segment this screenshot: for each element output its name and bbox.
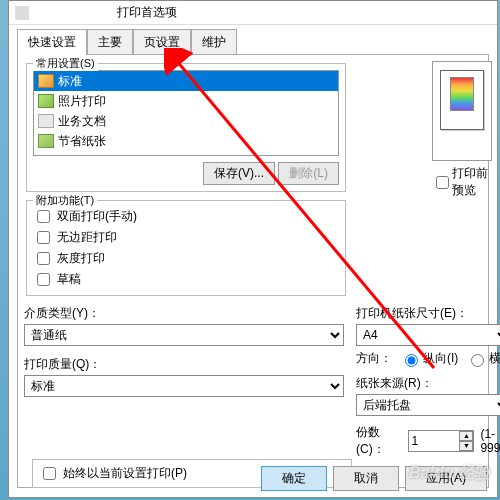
preview-before-print-check[interactable]: 打印前预览: [432, 165, 492, 199]
orientation-label: 方向：: [356, 350, 392, 367]
preset-savepaper-icon: [38, 134, 54, 148]
preset-buttons: 保存(V)... 删除(L): [33, 162, 339, 185]
additional-functions-group: 附加功能(T) 双面打印(手动) 无边距打印 灰度打印 草稿: [26, 200, 346, 296]
preview-area: 打印前预览: [432, 61, 492, 199]
window-title: 打印首选项: [117, 4, 177, 21]
portrait-radio[interactable]: 纵向(I): [400, 350, 458, 367]
preset-item-label: 标准: [58, 73, 82, 90]
preset-business-icon: [38, 114, 54, 128]
preview-check-label: 打印前预览: [452, 165, 492, 199]
portrait-label: 纵向(I): [423, 350, 458, 367]
draft-label: 草稿: [57, 271, 81, 288]
draft-checkbox[interactable]: [37, 273, 50, 286]
duplex-checkbox[interactable]: [37, 210, 50, 223]
tab-main[interactable]: 主要: [87, 29, 133, 55]
printer-icon: [15, 6, 29, 20]
delete-preset-button: 删除(L): [278, 162, 339, 185]
preset-list[interactable]: 标准 照片打印 业务文档 节省纸张: [33, 70, 339, 156]
tab-maintenance[interactable]: 维护: [191, 29, 237, 55]
dialog-buttons: 确定 取消 应用(A): [261, 466, 487, 491]
portrait-radio-input[interactable]: [405, 354, 418, 367]
borderless-check[interactable]: 无边距打印: [33, 228, 339, 247]
duplex-check[interactable]: 双面打印(手动): [33, 207, 339, 226]
preview-pane: [432, 61, 492, 161]
copies-row: 份数(C)： ▲ ▼ (1-999: [356, 424, 500, 458]
paper-size-select[interactable]: A4: [356, 324, 500, 346]
tab-strip: 快速设置 主要 页设置 维护: [17, 29, 489, 55]
presets-group: 常用设置(S) 标准 照片打印 业务文档 节省纸张: [26, 63, 346, 192]
grayscale-label: 灰度打印: [57, 250, 105, 267]
preview-checkbox[interactable]: [436, 176, 449, 189]
paper-source-label: 纸张来源(R)：: [356, 375, 500, 392]
draft-check[interactable]: 草稿: [33, 270, 339, 289]
duplex-label: 双面打印(手动): [57, 208, 137, 225]
always-print-label: 始终以当前设置打印(P): [63, 465, 187, 482]
presets-label: 常用设置(S): [33, 56, 98, 71]
quick-setup-panel: 常用设置(S) 标准 照片打印 业务文档 节省纸张: [17, 54, 489, 488]
landscape-radio-input[interactable]: [471, 354, 484, 367]
print-quality-label: 打印质量(Q)：: [24, 356, 344, 373]
preset-photo[interactable]: 照片打印: [34, 91, 338, 111]
media-section: 介质类型(Y)： 普通纸 打印质量(Q)： 标准: [24, 305, 344, 397]
addfunc-label: 附加功能(T): [33, 193, 97, 208]
paper-section: 打印机纸张尺寸(E)： A4 方向： 纵向(I) 横 纸张来源(R)： 后端托盘…: [356, 305, 500, 458]
preset-item-label: 业务文档: [58, 113, 106, 130]
always-print-checkbox[interactable]: [43, 467, 56, 480]
borderless-label: 无边距打印: [57, 229, 117, 246]
cancel-button[interactable]: 取消: [333, 466, 399, 491]
copies-down-button[interactable]: ▼: [459, 441, 473, 451]
landscape-radio[interactable]: 横: [466, 350, 500, 367]
orientation-row: 方向： 纵向(I) 横: [356, 350, 500, 367]
titlebar: 打印首选项: [9, 1, 497, 25]
borderless-checkbox[interactable]: [37, 231, 50, 244]
print-preferences-window: 打印首选项 快速设置 主要 页设置 维护 常用设置(S) 标准 照片打印 业务文…: [8, 0, 498, 498]
preset-standard-icon: [38, 74, 54, 88]
preset-item-label: 照片打印: [58, 93, 106, 110]
paper-size-label: 打印机纸张尺寸(E)：: [356, 305, 500, 322]
ok-button[interactable]: 确定: [261, 466, 327, 491]
tab-page-setup[interactable]: 页设置: [133, 29, 191, 55]
preset-standard[interactable]: 标准: [34, 71, 338, 91]
media-type-select[interactable]: 普通纸: [24, 324, 344, 346]
landscape-label: 横: [489, 350, 500, 367]
media-type-label: 介质类型(Y)：: [24, 305, 344, 322]
preview-page-icon: [440, 70, 484, 130]
paper-source-select[interactable]: 后端托盘: [356, 394, 500, 416]
copies-label: 份数(C)：: [356, 424, 402, 458]
copies-spinner[interactable]: ▲ ▼: [408, 430, 474, 452]
preset-photo-icon: [38, 94, 54, 108]
grayscale-checkbox[interactable]: [37, 252, 50, 265]
preset-business[interactable]: 业务文档: [34, 111, 338, 131]
copies-up-button[interactable]: ▲: [459, 431, 473, 441]
copies-range: (1-999: [480, 427, 500, 455]
apply-button[interactable]: 应用(A): [405, 466, 487, 491]
tab-quick-setup[interactable]: 快速设置: [17, 29, 87, 55]
grayscale-check[interactable]: 灰度打印: [33, 249, 339, 268]
save-preset-button[interactable]: 保存(V)...: [203, 162, 275, 185]
preset-item-label: 节省纸张: [58, 133, 106, 150]
preview-rainbow-icon: [450, 77, 474, 111]
copies-input[interactable]: [409, 431, 459, 451]
print-quality-select[interactable]: 标准: [24, 375, 344, 397]
preset-savepaper[interactable]: 节省纸张: [34, 131, 338, 151]
